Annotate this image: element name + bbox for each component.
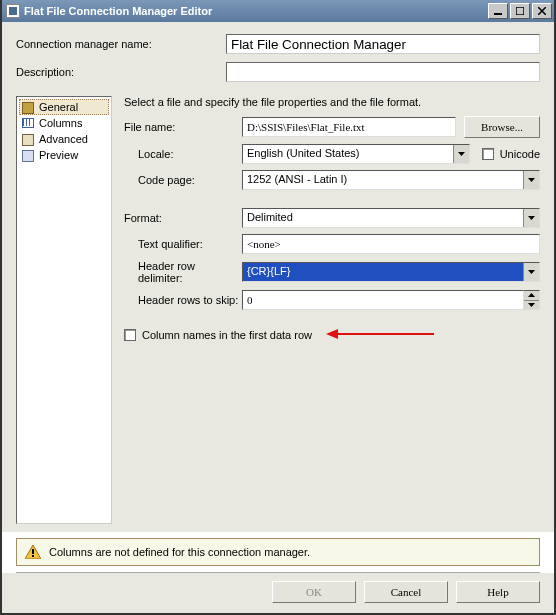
header-skip-spinner[interactable] [524, 290, 540, 310]
unicode-checkbox[interactable] [482, 148, 494, 160]
page-list: General Columns Advanced Preview [16, 96, 112, 524]
info-text: Columns are not defined for this connect… [49, 546, 310, 558]
sidebar-item-columns[interactable]: Columns [19, 115, 109, 131]
help-button[interactable]: Help [456, 581, 540, 603]
close-button[interactable] [532, 3, 552, 19]
ok-button: OK [272, 581, 356, 603]
text-qualifier-label: Text qualifier: [124, 238, 242, 250]
codepage-label: Code page: [124, 174, 242, 186]
svg-marker-5 [528, 178, 535, 182]
sidebar-item-label: Preview [39, 149, 78, 161]
annotation-arrow-icon [326, 328, 436, 342]
browse-button[interactable]: Browse... [464, 116, 540, 138]
minimize-button[interactable] [488, 3, 508, 19]
svg-rect-14 [32, 555, 34, 557]
column-names-checkbox[interactable] [124, 329, 136, 341]
sidebar-item-advanced[interactable]: Advanced [19, 131, 109, 147]
format-dropdown[interactable]: Delimited [242, 208, 540, 228]
svg-marker-11 [326, 329, 338, 339]
window-title: Flat File Connection Manager Editor [24, 5, 486, 17]
locale-dropdown[interactable]: English (United States) [242, 144, 470, 164]
file-name-input[interactable] [242, 117, 456, 137]
header-delimiter-label: Header row delimiter: [124, 260, 242, 284]
locale-label: Locale: [124, 148, 242, 160]
svg-rect-0 [494, 13, 502, 15]
locale-value: English (United States) [243, 145, 453, 163]
column-names-label: Column names in the first data row [142, 329, 312, 341]
sidebar-item-label: Columns [39, 117, 82, 129]
button-bar: OK Cancel Help [2, 573, 554, 613]
svg-rect-1 [516, 7, 524, 15]
advanced-icon [21, 133, 35, 145]
file-name-label: File name: [124, 121, 242, 133]
chevron-down-icon[interactable] [453, 145, 469, 163]
spin-down-icon[interactable] [524, 301, 539, 310]
codepage-dropdown[interactable]: 1252 (ANSI - Latin I) [242, 170, 540, 190]
chevron-down-icon[interactable] [523, 171, 539, 189]
general-icon [21, 101, 35, 113]
titlebar[interactable]: Flat File Connection Manager Editor [2, 0, 554, 22]
app-icon [6, 4, 20, 18]
connection-name-input[interactable] [226, 34, 540, 54]
header-skip-label: Header rows to skip: [124, 294, 242, 306]
format-label: Format: [124, 212, 242, 224]
chevron-down-icon[interactable] [523, 209, 539, 227]
svg-marker-8 [528, 293, 535, 297]
svg-marker-4 [458, 152, 465, 156]
unicode-label: Unicode [500, 148, 540, 160]
svg-marker-7 [528, 270, 535, 274]
sidebar-item-label: Advanced [39, 133, 88, 145]
codepage-value: 1252 (ANSI - Latin I) [243, 171, 523, 189]
sidebar-item-preview[interactable]: Preview [19, 147, 109, 163]
description-label: Description: [16, 66, 226, 78]
connection-name-label: Connection manager name: [16, 38, 226, 50]
columns-icon [21, 117, 35, 129]
header-delimiter-value: {CR}{LF} [243, 263, 523, 281]
maximize-button[interactable] [510, 3, 530, 19]
svg-rect-13 [32, 549, 34, 554]
instruction-text: Select a file and specify the file prope… [124, 96, 540, 108]
text-qualifier-input[interactable] [242, 234, 540, 254]
cancel-button[interactable]: Cancel [364, 581, 448, 603]
warning-icon [25, 545, 41, 559]
sidebar-item-general[interactable]: General [19, 99, 109, 115]
header-delimiter-dropdown[interactable]: {CR}{LF} [242, 262, 540, 282]
info-bar: Columns are not defined for this connect… [16, 538, 540, 566]
svg-marker-9 [528, 303, 535, 307]
preview-icon [21, 149, 35, 161]
format-value: Delimited [243, 209, 523, 227]
description-input[interactable] [226, 62, 540, 82]
spin-up-icon[interactable] [524, 291, 539, 301]
chevron-down-icon[interactable] [523, 263, 539, 281]
header-skip-input[interactable] [242, 290, 524, 310]
svg-marker-6 [528, 216, 535, 220]
sidebar-item-label: General [39, 101, 78, 113]
